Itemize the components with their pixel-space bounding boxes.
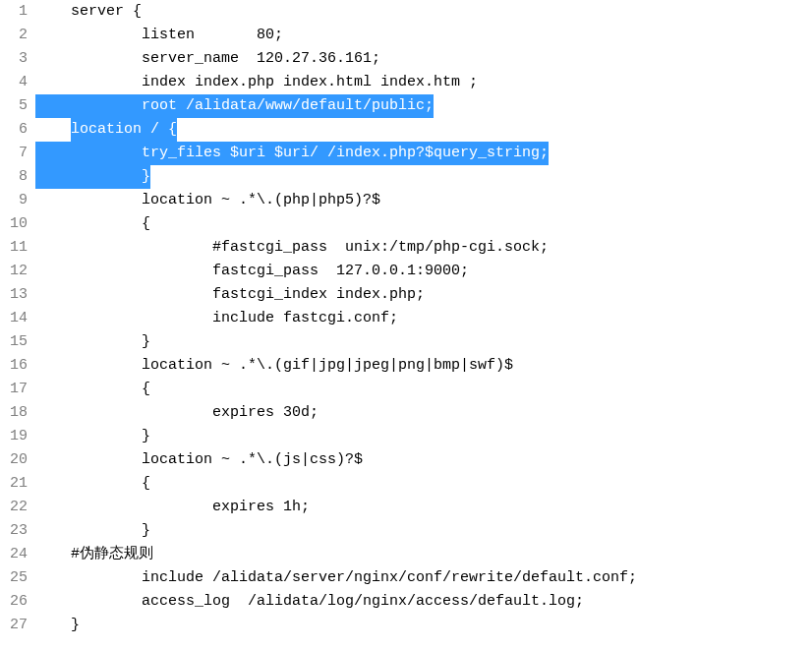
code-line: expires 1h;	[35, 496, 812, 519]
selection-highlight: try_files $uri $uri/ /index.php?$query_s…	[35, 142, 549, 165]
line-number: 14	[0, 307, 28, 330]
code-content[interactable]: server { listen 80; server_name 120.27.3…	[35, 0, 812, 637]
line-number: 9	[0, 189, 28, 212]
code-line: location / {	[35, 118, 812, 142]
line-number: 15	[0, 330, 28, 354]
selection-highlight: location / {	[71, 118, 177, 142]
line-number: 17	[0, 378, 28, 401]
code-line: #伪静态规则	[35, 543, 812, 566]
line-number: 22	[0, 496, 28, 519]
line-number: 10	[0, 212, 28, 236]
line-number: 18	[0, 401, 28, 425]
line-number: 19	[0, 425, 28, 448]
code-line: {	[35, 472, 812, 496]
line-number: 23	[0, 519, 28, 543]
code-line: location ~ .*\.(gif|jpg|jpeg|png|bmp|swf…	[35, 354, 812, 378]
code-line: }	[35, 425, 812, 448]
code-line: #fastcgi_pass unix:/tmp/php-cgi.sock;	[35, 236, 812, 260]
code-line: try_files $uri $uri/ /index.php?$query_s…	[35, 142, 812, 165]
code-line: }	[35, 519, 812, 543]
line-number: 3	[0, 47, 28, 71]
code-line: {	[35, 378, 812, 401]
line-number: 11	[0, 236, 28, 260]
selection-highlight: }	[35, 165, 150, 189]
code-line: location ~ .*\.(js|css)?$	[35, 448, 812, 472]
code-editor: 1234567891011121314151617181920212223242…	[0, 0, 812, 637]
code-line: }	[35, 165, 812, 189]
line-number: 27	[0, 614, 28, 637]
code-line: listen 80;	[35, 24, 812, 47]
line-number: 6	[0, 118, 28, 142]
line-number: 20	[0, 448, 28, 472]
code-line: location ~ .*\.(php|php5)?$	[35, 189, 812, 212]
line-number: 16	[0, 354, 28, 378]
line-number: 1	[0, 0, 28, 24]
code-line: {	[35, 212, 812, 236]
code-line: include fastcgi.conf;	[35, 307, 812, 330]
code-line: }	[35, 614, 812, 637]
line-number-gutter: 1234567891011121314151617181920212223242…	[0, 0, 35, 637]
line-number: 24	[0, 543, 28, 566]
code-line: }	[35, 330, 812, 354]
code-line: expires 30d;	[35, 401, 812, 425]
code-line: fastcgi_index index.php;	[35, 283, 812, 307]
line-number: 12	[0, 260, 28, 283]
code-line: fastcgi_pass 127.0.0.1:9000;	[35, 260, 812, 283]
line-number: 2	[0, 24, 28, 47]
line-number: 7	[0, 142, 28, 165]
line-number: 21	[0, 472, 28, 496]
line-number: 25	[0, 566, 28, 590]
code-line: root /alidata/www/default/public;	[35, 94, 812, 118]
code-line: include /alidata/server/nginx/conf/rewri…	[35, 566, 812, 590]
line-number: 13	[0, 283, 28, 307]
code-line: server_name 120.27.36.161;	[35, 47, 812, 71]
line-number: 4	[0, 71, 28, 94]
code-line: server {	[35, 0, 812, 24]
line-number: 5	[0, 94, 28, 118]
code-line: index index.php index.html index.htm ;	[35, 71, 812, 94]
line-number: 26	[0, 590, 28, 614]
line-number: 8	[0, 165, 28, 189]
selection-highlight: root /alidata/www/default/public;	[35, 94, 434, 118]
code-line: access_log /alidata/log/nginx/access/def…	[35, 590, 812, 614]
